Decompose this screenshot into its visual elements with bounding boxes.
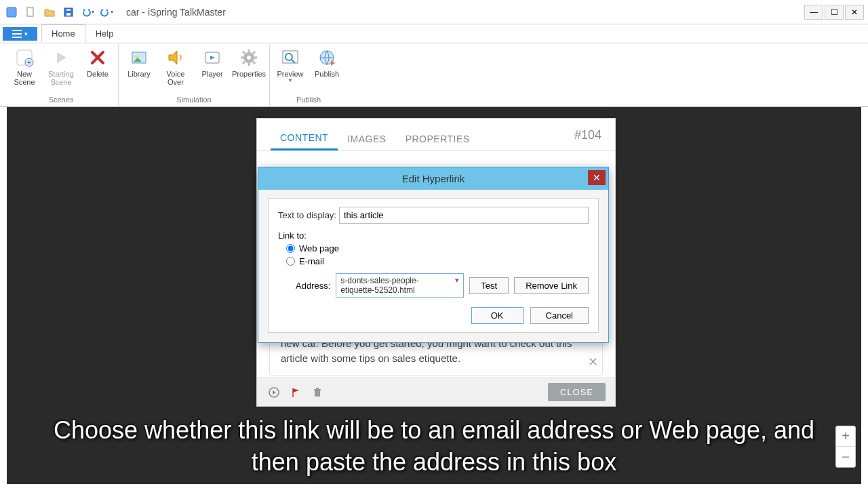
quick-access-toolbar: ▾ ▾ xyxy=(4,5,114,20)
redo-icon[interactable]: ▾ xyxy=(99,5,114,20)
radio-web-page-input[interactable] xyxy=(286,244,295,253)
svg-rect-5 xyxy=(12,30,22,31)
svg-point-12 xyxy=(135,55,138,58)
minimize-button[interactable]: — xyxy=(804,5,823,20)
svg-text:+: + xyxy=(27,59,31,66)
ribbon-group-simulation: Library Voice Over Player Properties Sim… xyxy=(119,45,270,106)
address-label: Address: xyxy=(296,281,330,291)
dialog-title: Edit Hyperlink ✕ xyxy=(258,167,608,190)
ribbon-group-scenes: +New Scene Starting Scene Delete Scenes xyxy=(4,45,119,106)
preview-button[interactable]: Preview▾ xyxy=(274,45,307,87)
test-button[interactable]: Test xyxy=(469,277,509,294)
window-controls: — ☐ ✕ xyxy=(804,5,864,20)
radio-email[interactable]: E-mail xyxy=(286,256,589,266)
close-window-button[interactable]: ✕ xyxy=(845,5,864,20)
radio-email-input[interactable] xyxy=(286,257,295,266)
svg-rect-30 xyxy=(314,389,321,390)
ribbon-tabs: ▾ Home Help xyxy=(0,24,868,43)
tab-help[interactable]: Help xyxy=(85,24,124,43)
open-folder-icon[interactable] xyxy=(42,5,57,20)
library-button[interactable]: Library xyxy=(123,45,155,81)
svg-rect-29 xyxy=(315,390,320,396)
ok-button[interactable]: OK xyxy=(471,307,524,324)
flag-icon[interactable] xyxy=(288,385,303,400)
panel-footer: CLOSE xyxy=(257,378,615,406)
app-icon[interactable] xyxy=(4,5,19,20)
window-title: car - iSpring TalkMaster xyxy=(126,7,226,18)
ribbon-group-label-publish: Publish xyxy=(296,94,321,106)
svg-line-22 xyxy=(253,52,255,54)
dialog-close-button[interactable]: ✕ xyxy=(588,170,606,185)
delete-icon xyxy=(87,47,108,68)
scene-number: #104 xyxy=(574,128,601,142)
undo-icon[interactable]: ▾ xyxy=(80,5,95,20)
tab-images[interactable]: IMAGES xyxy=(338,128,395,150)
properties-button[interactable]: Properties xyxy=(233,45,265,81)
svg-line-20 xyxy=(243,52,245,54)
zoom-in-button[interactable]: + xyxy=(836,426,855,447)
remove-link-button[interactable]: Remove Link xyxy=(514,277,589,294)
text-to-display-input[interactable] xyxy=(339,207,589,224)
svg-rect-4 xyxy=(66,9,71,11)
library-icon xyxy=(129,47,149,68)
text-to-display-label: Text to display: xyxy=(278,210,339,220)
edit-hyperlink-dialog: Edit Hyperlink ✕ Text to display: Link t… xyxy=(258,167,609,343)
cancel-button[interactable]: Cancel xyxy=(530,307,589,324)
maximize-button[interactable]: ☐ xyxy=(825,5,844,20)
play-icon[interactable] xyxy=(267,385,281,400)
svg-line-23 xyxy=(243,62,245,64)
new-scene-button[interactable]: +New Scene xyxy=(8,45,41,89)
starting-scene-icon xyxy=(51,47,71,68)
player-button[interactable]: Player xyxy=(196,45,229,81)
svg-rect-3 xyxy=(66,13,71,16)
delete-button[interactable]: Delete xyxy=(81,45,114,81)
save-icon[interactable] xyxy=(61,5,76,20)
radio-web-page[interactable]: Web page xyxy=(286,243,589,253)
svg-line-21 xyxy=(253,62,255,64)
link-to-label: Link to: xyxy=(278,230,589,241)
ribbon-group-label-scenes: Scenes xyxy=(49,94,74,106)
svg-rect-31 xyxy=(316,388,319,389)
tab-content[interactable]: CONTENT xyxy=(271,127,338,150)
tab-properties[interactable]: PROPERTIES xyxy=(396,128,479,150)
ribbon-group-label-simulation: Simulation xyxy=(176,94,211,106)
svg-rect-7 xyxy=(12,37,22,38)
ribbon: +New Scene Starting Scene Delete Scenes … xyxy=(0,43,868,107)
address-combobox[interactable]: s-donts-sales-people-etiquette-52520.htm… xyxy=(336,273,464,298)
ribbon-group-publish: Preview▾ Publish Publish xyxy=(270,45,347,106)
publish-button[interactable]: Publish xyxy=(311,45,343,81)
voice-over-button[interactable]: Voice Over xyxy=(159,45,192,89)
voice-over-icon xyxy=(165,47,186,68)
trash-icon[interactable] xyxy=(310,385,325,400)
new-scene-icon: + xyxy=(14,47,35,68)
starting-scene-button[interactable]: Starting Scene xyxy=(45,45,77,89)
titlebar: ▾ ▾ car - iSpring TalkMaster — ☐ ✕ xyxy=(0,0,868,24)
new-file-icon[interactable] xyxy=(23,5,38,20)
svg-rect-0 xyxy=(7,7,16,17)
tab-home[interactable]: Home xyxy=(41,24,85,43)
zoom-out-button[interactable]: − xyxy=(836,447,855,467)
svg-rect-6 xyxy=(12,33,22,35)
message-close-icon[interactable]: ✕ xyxy=(588,353,598,371)
player-icon xyxy=(202,47,222,68)
close-panel-button[interactable]: CLOSE xyxy=(548,383,606,401)
file-menu-button[interactable]: ▾ xyxy=(3,27,37,41)
gear-icon xyxy=(239,47,259,68)
svg-point-15 xyxy=(247,56,251,60)
publish-icon xyxy=(317,47,337,68)
preview-icon xyxy=(280,47,300,68)
zoom-control: + − xyxy=(835,426,856,468)
panel-tabs: CONTENT IMAGES PROPERTIES #104 xyxy=(257,119,615,151)
